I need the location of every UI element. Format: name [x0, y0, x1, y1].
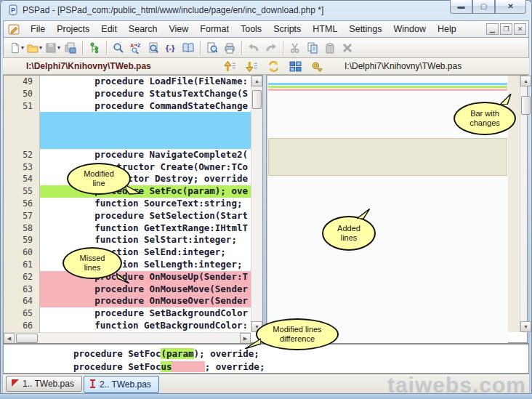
code-row: 54 var PostData: OleVaria	[508, 137, 520, 149]
redo-button[interactable]	[262, 39, 280, 57]
line-number: 64	[508, 259, 520, 271]
preview-button[interactable]	[203, 39, 221, 57]
line-number: 62	[508, 234, 520, 246]
print-button[interactable]	[221, 39, 238, 57]
diff-gap-row	[508, 271, 520, 283]
right-vscroll-thumb[interactable]	[521, 96, 531, 115]
scroll-up-icon[interactable]: ▲	[520, 76, 531, 86]
line-number	[4, 124, 40, 137]
line-number: 60	[4, 246, 40, 259]
code-text: procedure OnMouseOver(Sender	[40, 295, 251, 307]
left-code-pane[interactable]: 49 procedure LoadFile(FileName:50 proced…	[3, 75, 263, 343]
code-text	[40, 137, 251, 149]
mdi-restore-button[interactable]: ❐	[500, 23, 512, 35]
open-file-button[interactable]: ▾	[25, 39, 44, 57]
close-button[interactable]: ✕	[495, 0, 526, 14]
diff-segment: procedure SetFoc	[73, 361, 161, 372]
code-row: 58 procedure SetFocus; overri	[508, 185, 520, 198]
menu-item-settings[interactable]: Settings	[343, 22, 387, 36]
diff-segment: procedure SetFoc	[73, 348, 161, 359]
copy-differences-button[interactable]	[308, 57, 326, 75]
file-tab-2[interactable]: 2.. TWeb.pas	[84, 376, 159, 393]
code-text: function SelStart:integer;	[40, 234, 251, 246]
next-difference-button[interactable]	[243, 57, 260, 75]
red-corner-icon	[12, 379, 19, 389]
new-file-button[interactable]: ▾	[8, 39, 25, 57]
mdi-close-button[interactable]: ✕	[514, 23, 526, 35]
recompare-button[interactable]	[265, 57, 282, 75]
minimize-button[interactable]: ▬	[450, 0, 472, 14]
code-explorer-button[interactable]	[86, 39, 103, 57]
menu-item-search[interactable]: Search	[123, 22, 164, 36]
menu-item-view[interactable]: View	[163, 22, 194, 36]
menu-item-help[interactable]: Help	[432, 22, 462, 36]
menu-item-scripts[interactable]: Scripts	[267, 22, 307, 36]
replace-button[interactable]: AZ	[127, 39, 145, 57]
paste-button[interactable]	[321, 39, 339, 57]
scroll-left-icon[interactable]: ◀	[4, 333, 15, 344]
right-vertical-scrollbar[interactable]: ▲ ▼	[520, 76, 527, 332]
line-number: 50	[4, 88, 40, 100]
code-row: 49 procedure LoadFile(FileNa	[508, 76, 520, 88]
menu-item-tools[interactable]: Tools	[235, 22, 267, 36]
cut-button[interactable]	[286, 39, 304, 57]
callout-text: Modified line	[84, 169, 114, 188]
code-row: 59 function SelStart:integer;	[4, 234, 251, 246]
callout-text: Bar with changes	[469, 109, 500, 128]
left-horizontal-scrollbar[interactable]: ◀ ▶	[4, 332, 251, 344]
code-text: procedure CommandStateChange	[40, 100, 251, 113]
copy-button[interactable]	[304, 39, 321, 57]
split-view-button[interactable]	[286, 57, 304, 75]
left-vertical-scrollbar[interactable]: ▲ ▼	[251, 76, 262, 332]
search-icon	[113, 42, 124, 54]
save-icon	[45, 42, 57, 54]
scroll-up-icon[interactable]: ▲	[251, 76, 262, 86]
added-change-mark	[268, 83, 507, 85]
diff-segment: ; override;	[199, 348, 259, 359]
window-title: PSPad - [PSPad_com:/public_html/www/incl…	[23, 5, 323, 15]
maximize-button[interactable]: ▢	[472, 0, 495, 14]
code-clips-button[interactable]: {-}	[162, 39, 180, 57]
menu-item-edit[interactable]: Edit	[95, 22, 123, 36]
scroll-down-icon[interactable]: ▼	[520, 321, 531, 332]
dropdown-caret-icon: ▾	[57, 44, 60, 51]
diff-gap-row	[4, 112, 251, 124]
menu-item-html[interactable]: HTML	[307, 22, 343, 36]
help-book-button[interactable]	[180, 39, 197, 57]
replace-icon: AZ	[130, 42, 142, 54]
save-all-button[interactable]	[62, 39, 79, 57]
menu-item-file[interactable]: File	[25, 22, 51, 36]
title-bar[interactable]: P PSPad - [PSPad_com:/public_html/www/in…	[0, 0, 532, 20]
dropdown-caret-icon: ▾	[21, 44, 24, 51]
menu-item-projects[interactable]: Projects	[51, 22, 95, 36]
toolbar-separator	[283, 41, 283, 55]
file-tab-1[interactable]: 1.. TWeb.pas	[6, 376, 82, 392]
left-hscroll-thumb[interactable]	[16, 334, 38, 343]
code-row: 65 procedure SetBackgroundColor	[4, 307, 251, 320]
delete-button[interactable]	[339, 39, 356, 57]
viewport-marker	[268, 138, 507, 176]
previous-difference-icon	[224, 60, 236, 73]
code-text: procedure LoadFile(FileName:	[40, 76, 251, 88]
search-in-files-button[interactable]	[145, 39, 162, 57]
callout-missed-lines: Missed lines	[63, 247, 122, 279]
left-vscroll-thumb[interactable]	[252, 90, 262, 109]
menu-item-format[interactable]: Format	[194, 22, 235, 36]
undo-button[interactable]	[245, 39, 262, 57]
previous-difference-button[interactable]	[221, 57, 238, 75]
mdi-minimize-button[interactable]: ▁	[486, 23, 499, 35]
code-row: 64 procedure OnMouseOver(Sender	[4, 295, 251, 307]
callout-tail	[116, 272, 129, 283]
watermark: taiwebs.com	[387, 373, 526, 398]
left-code-rows[interactable]: 49 procedure LoadFile(FileName:50 proced…	[4, 76, 251, 332]
menu-item-window[interactable]: Window	[388, 22, 432, 36]
copy-icon	[307, 42, 318, 54]
search-button[interactable]	[110, 39, 127, 57]
code-row: 59 function SourceText:string	[508, 198, 520, 210]
save-button[interactable]: ▾	[44, 39, 62, 57]
code-row: 55 procedure NavigateComplete	[508, 149, 520, 161]
callout-tail	[500, 94, 512, 105]
tab-label: 2.. TWeb.pas	[100, 379, 151, 390]
code-row: 52 procedure NavigateComplete2(	[4, 149, 251, 161]
search-in-files-icon	[148, 42, 159, 54]
